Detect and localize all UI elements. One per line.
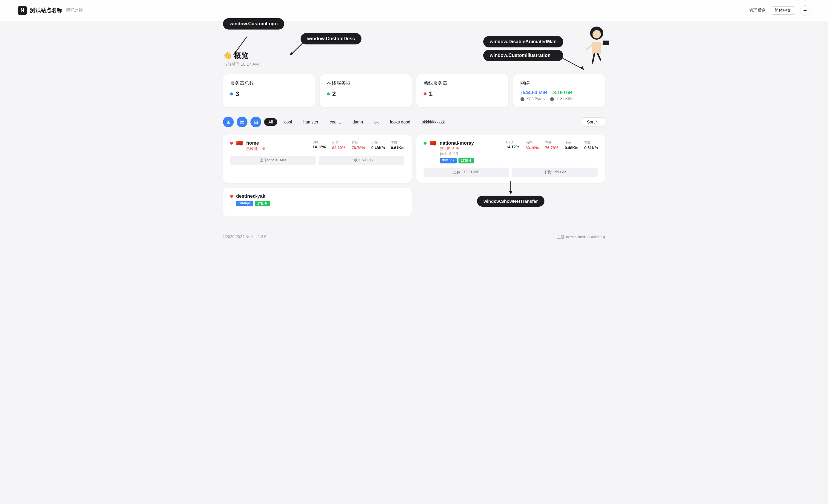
grid-icon-2: ▤ bbox=[240, 119, 244, 125]
tag-30mbps-moray: 30Mbps bbox=[440, 158, 457, 164]
logo-icon: N bbox=[18, 6, 27, 15]
server-metrics-home: CPU 14.12% 内存 83.10% 存储 76.78% 上传 0.48K/… bbox=[313, 140, 405, 150]
theme-button[interactable]: ☀ bbox=[800, 5, 810, 15]
sort-label: Sort ↑↓ bbox=[587, 120, 600, 124]
network-speeds: ⬤ 980 Bytes/s ⬤ 1.21 KiB/s bbox=[520, 97, 598, 101]
server-grid: 🇨🇳 home 已过期: 1 天 CPU 14.12% 内存 83.10% bbox=[223, 135, 605, 217]
filter-tag-damn[interactable]: damn bbox=[348, 118, 367, 126]
filter-icon-btn-2[interactable]: ▤ bbox=[237, 117, 247, 127]
header: N 测试站点名称 哪吒监控 管理后台 简体中文 ☀ bbox=[0, 0, 828, 21]
svg-rect-8 bbox=[592, 42, 601, 54]
metric-memory-moray: 内存 83.10% bbox=[526, 140, 539, 150]
transfer-down-moray: 下载:1.59 GiB bbox=[512, 168, 598, 177]
filter-tag-hamster[interactable]: hamster bbox=[299, 118, 323, 126]
svg-marker-15 bbox=[509, 191, 512, 194]
network-transfer: ↑544.63 MiB ↓3.19 GiB bbox=[520, 90, 598, 95]
overview-time: 当前时间 10:17 AM bbox=[223, 62, 605, 67]
svg-rect-13 bbox=[603, 41, 609, 45]
server-header-yak: destined-yak 30Mbps 1TB/月 bbox=[230, 193, 405, 207]
filter-tag-cool[interactable]: cool bbox=[280, 118, 296, 126]
illustration bbox=[581, 24, 611, 67]
metric-download-label-home: 下载 0.61K/s bbox=[391, 140, 405, 150]
stats-grid: 服务器总数 3 在线服务器 2 离线服务器 1 网络 ↑5 bbox=[223, 74, 605, 107]
svg-line-9 bbox=[592, 54, 594, 63]
server-flag-home: 🇨🇳 bbox=[236, 140, 243, 145]
svg-point-7 bbox=[592, 30, 601, 39]
header-right: 管理后台 简体中文 ☀ bbox=[749, 5, 810, 15]
metric-storage-moray: 存储 76.78% bbox=[545, 140, 559, 150]
network-download: ↓3.19 GiB bbox=[551, 90, 573, 95]
total-servers-value: 3 bbox=[230, 90, 308, 98]
metric-cpu-moray: CPU 14.12% bbox=[506, 140, 520, 149]
server-expiry-home: 已过期: 1 天 bbox=[246, 146, 266, 151]
server-header-home: 🇨🇳 home 已过期: 1 天 CPU 14.12% 内存 83.10% bbox=[230, 140, 405, 151]
metric-download-moray: 下载 0.61K/s bbox=[584, 140, 598, 150]
filter-tag-cool1[interactable]: cool-1 bbox=[326, 118, 345, 126]
offline-servers-label: 离线服务器 bbox=[423, 80, 501, 87]
server-info-moray: national-moray 已过期: 6 天 价格: ¥ 1/月 30Mbps… bbox=[440, 140, 474, 164]
online-servers-value: 2 bbox=[327, 90, 405, 98]
server-price-moray: 价格: ¥ 1/月 bbox=[440, 151, 474, 156]
server-info-yak: destined-yak 30Mbps 1TB/月 bbox=[236, 193, 270, 207]
upload-speed-value: 980 Bytes/s bbox=[527, 97, 547, 101]
svg-line-0 bbox=[235, 37, 247, 53]
filter-icon-btn-1[interactable]: ⊞ bbox=[223, 117, 234, 127]
site-desc: 哪吒监控 bbox=[66, 8, 83, 13]
footer-copyright: ©2020-2024 Nezha 1.2.6 bbox=[223, 234, 266, 240]
total-dot bbox=[230, 92, 233, 95]
overview-header: 👋 概览 当前时间 10:17 AM bbox=[223, 51, 605, 67]
annotation-net-transfer: window.ShowNetTransfer bbox=[477, 181, 544, 207]
server-card-national-moray: 🇨🇳 national-moray 已过期: 6 天 价格: ¥ 1/月 30M… bbox=[416, 135, 605, 183]
offline-dot bbox=[423, 92, 426, 95]
sun-icon: ☀ bbox=[803, 8, 807, 13]
filter-tag-all[interactable]: All bbox=[264, 118, 277, 126]
transfer-up-home: 上传:272.31 MiB bbox=[230, 156, 316, 165]
stat-online-servers: 在线服务器 2 bbox=[320, 74, 412, 107]
footer-theme: 主题-nezha-dash (1486a03) bbox=[557, 234, 605, 240]
metric-storage-label-home: 存储 76.78% bbox=[351, 140, 365, 150]
server-card-home: 🇨🇳 home 已过期: 1 天 CPU 14.12% 内存 83.10% bbox=[223, 135, 412, 183]
grid-icon-1: ⊞ bbox=[226, 119, 231, 125]
server-flag-moray: 🇨🇳 bbox=[429, 140, 437, 145]
tag-1tb-moray: 1TB/月 bbox=[458, 158, 474, 164]
filter-tag-looks-good[interactable]: looks good bbox=[386, 118, 415, 126]
tag-30mbps-yak: 30Mbps bbox=[236, 201, 253, 207]
online-servers-label: 在线服务器 bbox=[327, 80, 405, 87]
server-name-home: home bbox=[246, 140, 266, 146]
filter-bar: ⊞ ▤ ⊟ All cool hamster cool-1 damn ok lo… bbox=[223, 117, 605, 127]
upload-speed-icon: ⬤ bbox=[520, 97, 525, 101]
transfer-row-moray: 上传:272.31 MiB 下载:1.59 GiB bbox=[423, 168, 598, 177]
site-name: 测试站点名称 bbox=[30, 7, 62, 14]
grid-icon-3: ⊟ bbox=[254, 119, 258, 125]
server-tags-yak: 30Mbps 1TB/月 bbox=[236, 201, 270, 207]
server-info-home: home 已过期: 1 天 bbox=[246, 140, 266, 151]
stat-network: 网络 ↑544.63 MiB ↓3.19 GiB ⬤ 980 Bytes/s ⬤… bbox=[513, 74, 605, 107]
download-speed-icon: ⬤ bbox=[550, 97, 554, 101]
server-status-moray bbox=[423, 142, 426, 145]
metric-cpu-label-home: CPU 14.12% bbox=[313, 140, 326, 149]
sort-button[interactable]: Sort ↑↓ bbox=[582, 118, 605, 127]
filter-tag-ok[interactable]: ok bbox=[370, 118, 383, 126]
lang-button[interactable]: 简体中文 bbox=[771, 6, 795, 15]
server-status-yak bbox=[230, 195, 233, 198]
metric-upload-moray: 上传 0.48K/s bbox=[565, 140, 578, 150]
arrow-net-transfer bbox=[499, 181, 523, 196]
network-upload: ↑544.63 MiB bbox=[520, 90, 547, 95]
filter-tag-okkkk[interactable]: okkkkkkkkkk bbox=[418, 118, 449, 126]
offline-servers-value: 1 bbox=[423, 90, 501, 98]
server-card-destined-yak: destined-yak 30Mbps 1TB/月 bbox=[223, 188, 412, 217]
tag-1tb-yak: 1TB/月 bbox=[255, 201, 270, 207]
filter-icon-btn-3[interactable]: ⊟ bbox=[250, 117, 261, 127]
transfer-row-home: 上传:272.31 MiB 下载:1.59 GiB bbox=[230, 156, 405, 165]
annotation-custom-desc: window.CustomDesc bbox=[300, 33, 362, 44]
stat-total-servers: 服务器总数 3 bbox=[223, 74, 315, 107]
server-tags-moray: 30Mbps 1TB/月 bbox=[440, 158, 474, 164]
server-metrics-moray: CPU 14.12% 内存 83.10% 存储 76.78% 上传 0.48K/… bbox=[506, 140, 598, 150]
transfer-up-moray: 上传:272.31 MiB bbox=[423, 168, 509, 177]
admin-link[interactable]: 管理后台 bbox=[749, 8, 766, 13]
overview-title: 👋 概览 bbox=[223, 51, 605, 60]
svg-line-11 bbox=[586, 45, 592, 49]
server-status-home bbox=[230, 142, 233, 145]
server-name-yak: destined-yak bbox=[236, 193, 270, 199]
svg-line-10 bbox=[598, 54, 601, 60]
